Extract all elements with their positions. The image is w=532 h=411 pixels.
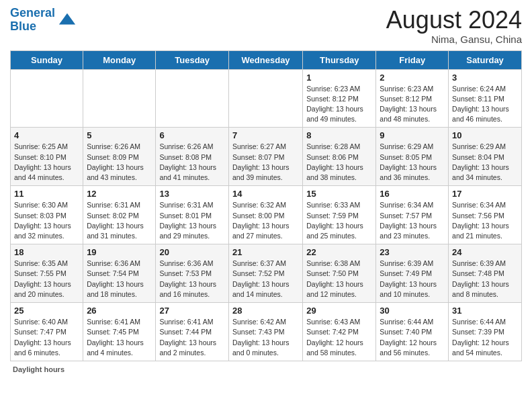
cell-w2d3: 14Sunrise: 6:32 AMSunset: 8:00 PMDayligh…	[228, 186, 302, 244]
cell-w4d4: 29Sunrise: 6:43 AMSunset: 7:42 PMDayligh…	[303, 303, 376, 361]
day-info: Sunrise: 6:41 AMSunset: 7:45 PMDaylight:…	[87, 317, 152, 358]
cell-w3d5: 23Sunrise: 6:39 AMSunset: 7:49 PMDayligh…	[376, 244, 449, 303]
svg-marker-0	[59, 13, 75, 25]
day-info: Sunrise: 6:31 AMSunset: 8:02 PMDaylight:…	[87, 200, 152, 241]
column-header-monday: Monday	[83, 50, 156, 69]
calendar-table: SundayMondayTuesdayWednesdayThursdayFrid…	[10, 50, 522, 361]
day-number: 20	[159, 247, 225, 257]
cell-w4d5: 30Sunrise: 6:44 AMSunset: 7:40 PMDayligh…	[376, 303, 449, 361]
day-number: 25	[14, 306, 79, 316]
day-number: 12	[87, 189, 152, 199]
cell-w1d0: 4Sunrise: 6:25 AMSunset: 8:10 PMDaylight…	[11, 128, 83, 186]
day-info: Sunrise: 6:42 AMSunset: 7:43 PMDaylight:…	[232, 317, 299, 358]
day-number: 16	[380, 189, 445, 199]
column-header-sunday: Sunday	[11, 50, 83, 69]
day-info: Sunrise: 6:29 AMSunset: 8:04 PMDaylight:…	[452, 142, 518, 183]
cell-w1d1: 5Sunrise: 6:26 AMSunset: 8:09 PMDaylight…	[83, 128, 156, 186]
day-info: Sunrise: 6:39 AMSunset: 7:49 PMDaylight:…	[380, 259, 445, 300]
cell-w4d2: 27Sunrise: 6:41 AMSunset: 7:44 PMDayligh…	[156, 303, 229, 361]
day-info: Sunrise: 6:34 AMSunset: 7:57 PMDaylight:…	[380, 200, 445, 241]
day-number: 31	[452, 306, 518, 316]
cell-w2d2: 13Sunrise: 6:31 AMSunset: 8:01 PMDayligh…	[156, 186, 229, 244]
day-info: Sunrise: 6:29 AMSunset: 8:05 PMDaylight:…	[380, 142, 445, 183]
cell-w0d3	[228, 69, 302, 128]
day-number: 21	[232, 247, 299, 257]
day-info: Sunrise: 6:44 AMSunset: 7:39 PMDaylight:…	[452, 317, 518, 358]
day-info: Sunrise: 6:28 AMSunset: 8:06 PMDaylight:…	[306, 142, 372, 183]
cell-w2d1: 12Sunrise: 6:31 AMSunset: 8:02 PMDayligh…	[83, 186, 156, 244]
title-block: August 2024 Nima, Gansu, China	[386, 7, 522, 45]
day-info: Sunrise: 6:40 AMSunset: 7:47 PMDaylight:…	[14, 317, 79, 358]
cell-w1d4: 8Sunrise: 6:28 AMSunset: 8:06 PMDaylight…	[303, 128, 376, 186]
cell-w0d4: 1Sunrise: 6:23 AMSunset: 8:12 PMDaylight…	[303, 69, 376, 128]
day-number: 18	[14, 247, 79, 257]
day-info: Sunrise: 6:33 AMSunset: 7:59 PMDaylight:…	[306, 200, 372, 241]
day-number: 26	[87, 306, 152, 316]
logo-line2: Blue	[10, 19, 36, 33]
day-info: Sunrise: 6:32 AMSunset: 8:00 PMDaylight:…	[232, 200, 299, 241]
day-info: Sunrise: 6:43 AMSunset: 7:42 PMDaylight:…	[306, 317, 372, 358]
day-info: Sunrise: 6:34 AMSunset: 7:56 PMDaylight:…	[452, 200, 518, 241]
day-number: 24	[452, 247, 518, 257]
day-number: 23	[380, 247, 445, 257]
cell-w2d4: 15Sunrise: 6:33 AMSunset: 7:59 PMDayligh…	[303, 186, 376, 244]
day-number: 3	[452, 73, 518, 83]
day-number: 17	[452, 189, 518, 199]
day-number: 5	[87, 130, 152, 140]
cell-w1d2: 6Sunrise: 6:26 AMSunset: 8:08 PMDaylight…	[156, 128, 229, 186]
column-header-friday: Friday	[376, 50, 449, 69]
day-number: 6	[159, 130, 225, 140]
day-info: Sunrise: 6:38 AMSunset: 7:50 PMDaylight:…	[306, 259, 372, 300]
cell-w3d2: 20Sunrise: 6:36 AMSunset: 7:53 PMDayligh…	[156, 244, 229, 303]
day-number: 15	[306, 189, 372, 199]
day-info: Sunrise: 6:27 AMSunset: 8:07 PMDaylight:…	[232, 142, 299, 183]
day-info: Sunrise: 6:39 AMSunset: 7:48 PMDaylight:…	[452, 259, 518, 300]
day-info: Sunrise: 6:25 AMSunset: 8:10 PMDaylight:…	[14, 142, 79, 183]
cell-w1d3: 7Sunrise: 6:27 AMSunset: 8:07 PMDaylight…	[228, 128, 302, 186]
day-info: Sunrise: 6:23 AMSunset: 8:12 PMDaylight:…	[306, 84, 372, 125]
location: Nima, Gansu, China	[386, 34, 522, 45]
column-header-wednesday: Wednesday	[228, 50, 302, 69]
logo: General Blue	[10, 7, 77, 34]
logo-line1: General	[10, 6, 55, 19]
page-header: General Blue August 2024 Nima, Gansu, Ch…	[10, 7, 522, 45]
day-info: Sunrise: 6:30 AMSunset: 8:03 PMDaylight:…	[14, 200, 79, 241]
day-number: 1	[306, 73, 372, 83]
day-number: 7	[232, 130, 299, 140]
day-info: Sunrise: 6:35 AMSunset: 7:55 PMDaylight:…	[14, 259, 79, 300]
cell-w0d5: 2Sunrise: 6:23 AMSunset: 8:12 PMDaylight…	[376, 69, 449, 128]
day-info: Sunrise: 6:41 AMSunset: 7:44 PMDaylight:…	[159, 317, 225, 358]
day-number: 19	[87, 247, 152, 257]
day-number: 9	[380, 130, 445, 140]
day-number: 4	[14, 130, 79, 140]
cell-w4d0: 25Sunrise: 6:40 AMSunset: 7:47 PMDayligh…	[11, 303, 83, 361]
column-header-tuesday: Tuesday	[156, 50, 229, 69]
cell-w1d5: 9Sunrise: 6:29 AMSunset: 8:05 PMDaylight…	[376, 128, 449, 186]
day-info: Sunrise: 6:31 AMSunset: 8:01 PMDaylight:…	[159, 200, 225, 241]
day-info: Sunrise: 6:26 AMSunset: 8:08 PMDaylight:…	[159, 142, 225, 183]
cell-w3d1: 19Sunrise: 6:36 AMSunset: 7:54 PMDayligh…	[83, 244, 156, 303]
cell-w4d3: 28Sunrise: 6:42 AMSunset: 7:43 PMDayligh…	[228, 303, 302, 361]
day-info: Sunrise: 6:36 AMSunset: 7:53 PMDaylight:…	[159, 259, 225, 300]
day-info: Sunrise: 6:23 AMSunset: 8:12 PMDaylight:…	[380, 84, 445, 125]
day-number: 22	[306, 247, 372, 257]
day-number: 27	[159, 306, 225, 316]
cell-w0d2	[156, 69, 229, 128]
day-number: 28	[232, 306, 299, 316]
cell-w3d4: 22Sunrise: 6:38 AMSunset: 7:50 PMDayligh…	[303, 244, 376, 303]
cell-w0d6: 3Sunrise: 6:24 AMSunset: 8:11 PMDaylight…	[449, 69, 522, 128]
cell-w2d5: 16Sunrise: 6:34 AMSunset: 7:57 PMDayligh…	[376, 186, 449, 244]
cell-w4d1: 26Sunrise: 6:41 AMSunset: 7:45 PMDayligh…	[83, 303, 156, 361]
day-number: 14	[232, 189, 299, 199]
cell-w3d0: 18Sunrise: 6:35 AMSunset: 7:55 PMDayligh…	[11, 244, 83, 303]
day-number: 13	[159, 189, 225, 199]
cell-w3d6: 24Sunrise: 6:39 AMSunset: 7:48 PMDayligh…	[449, 244, 522, 303]
column-header-saturday: Saturday	[449, 50, 522, 69]
month-year: August 2024	[386, 7, 522, 34]
cell-w4d6: 31Sunrise: 6:44 AMSunset: 7:39 PMDayligh…	[449, 303, 522, 361]
day-info: Sunrise: 6:26 AMSunset: 8:09 PMDaylight:…	[87, 142, 152, 183]
day-number: 29	[306, 306, 372, 316]
cell-w0d1	[83, 69, 156, 128]
day-info: Sunrise: 6:44 AMSunset: 7:40 PMDaylight:…	[380, 317, 445, 358]
day-info: Sunrise: 6:37 AMSunset: 7:52 PMDaylight:…	[232, 259, 299, 300]
